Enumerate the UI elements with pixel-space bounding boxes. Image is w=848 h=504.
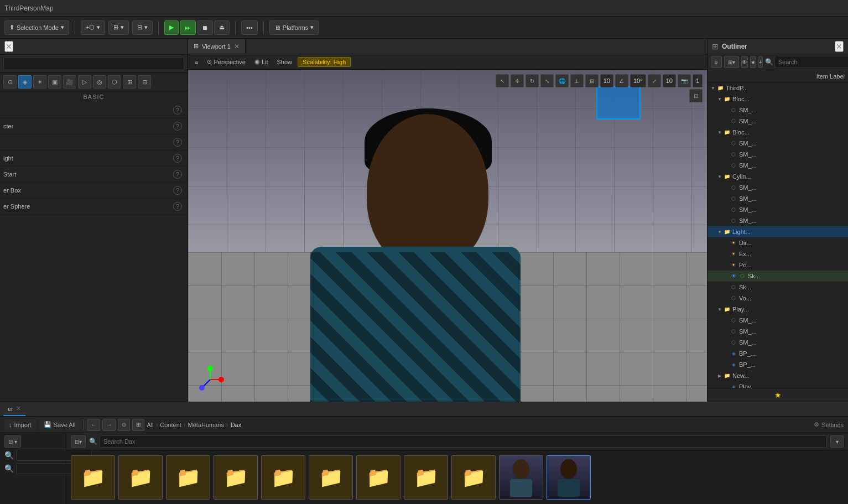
outliner-item-sm1[interactable]: ⬡ SM_...: [707, 105, 848, 116]
outliner-item-ex[interactable]: ☀ Ex...: [707, 248, 848, 259]
breadcrumb-content[interactable]: Content: [160, 422, 181, 428]
grid-button[interactable]: ⊟ ▾: [132, 20, 153, 35]
outliner-item-lights[interactable]: ▼ 📁 Light...: [707, 226, 848, 237]
world-icon[interactable]: 🌐: [555, 74, 569, 87]
volumes-icon[interactable]: ▣: [48, 75, 61, 89]
asset-folder-7[interactable]: 📁: [356, 455, 400, 500]
outliner-item-sm4[interactable]: ⬡ SM_...: [707, 149, 848, 160]
viewport-tab-1[interactable]: ⊞ Viewport 1 ✕: [188, 39, 246, 54]
help-icon-1[interactable]: ?: [173, 106, 182, 115]
outliner-item-sk1[interactable]: 👁 ⬡ Sk...: [707, 271, 848, 282]
show-button[interactable]: Show: [274, 56, 296, 68]
visual-icon[interactable]: ◎: [93, 75, 106, 89]
outliner-item-sm6[interactable]: ⬡ SM_...: [707, 182, 848, 193]
viewport-canvas[interactable]: ↖ ✛ ↻ ⤡ 🌐 ⊥ ⊞ 10 ∠ 10° ⤢ 10 📷 1 ⊡: [188, 70, 707, 402]
snap-value[interactable]: 10: [600, 74, 613, 87]
geometry-icon[interactable]: ⬡: [108, 75, 121, 89]
list-item-character[interactable]: cter ?: [0, 118, 188, 134]
star-filter-icon[interactable]: ★: [750, 56, 756, 68]
camera-icon[interactable]: 📷: [678, 74, 691, 87]
help-icon-7[interactable]: ?: [173, 202, 182, 211]
list-item[interactable]: ?: [0, 102, 188, 118]
outliner-item-sm7[interactable]: ⬡ SM_...: [707, 193, 848, 204]
help-icon-2[interactable]: ?: [173, 122, 182, 131]
scale-value[interactable]: 10: [663, 74, 676, 87]
play-button[interactable]: ▶: [164, 20, 179, 35]
plus-add-icon[interactable]: +: [758, 56, 763, 68]
skip-button[interactable]: ⏭: [180, 20, 196, 35]
scalability-badge[interactable]: Scalability: High: [298, 57, 351, 67]
search-dropdown-button[interactable]: ▾: [830, 435, 844, 448]
outliner-item-po[interactable]: ☀ Po...: [707, 259, 848, 271]
list-item-trigger-box[interactable]: er Box ?: [0, 183, 188, 199]
outliner-item-bp2[interactable]: ◈ BP_...: [707, 359, 848, 370]
content-browser-tab[interactable]: er ✕: [3, 402, 25, 416]
breadcrumb-dax[interactable]: Dax: [231, 422, 242, 428]
more-options-button[interactable]: •••: [241, 20, 258, 35]
asset-character-2[interactable]: [547, 455, 591, 500]
outliner-item-play-sm3[interactable]: ⬡ SM_...: [707, 337, 848, 348]
outliner-item-vo[interactable]: ⬡ Vo...: [707, 293, 848, 304]
asset-folder-5[interactable]: 📁: [261, 455, 305, 500]
lights-filter-icon[interactable]: ☀: [33, 75, 46, 89]
viewport-close-icon[interactable]: ✕: [234, 43, 240, 50]
outliner-item-thirdpersonmap[interactable]: ▼ 📁 ThirdP...: [707, 82, 848, 93]
help-icon-5[interactable]: ?: [173, 170, 182, 179]
outliner-search-input[interactable]: [774, 56, 848, 68]
help-icon-6[interactable]: ?: [173, 186, 182, 195]
grid-filter-icon[interactable]: ⊞: [123, 75, 136, 89]
settings-button[interactable]: ⚙ Settings: [814, 421, 844, 428]
asset-folder-2[interactable]: 📁: [118, 455, 163, 500]
asset-character-1[interactable]: [499, 455, 543, 500]
angle-snap-icon[interactable]: ∠: [615, 74, 628, 87]
outliner-close-button[interactable]: ✕: [835, 41, 844, 52]
camera-filter-icon[interactable]: 🎥: [63, 75, 76, 89]
shapes-icon[interactable]: ◈: [18, 75, 32, 89]
left-panel-close-button[interactable]: ✕: [4, 41, 13, 52]
asset-folder-4[interactable]: 📁: [214, 455, 258, 500]
visibility-eye-icon[interactable]: 👁: [730, 272, 737, 280]
outliner-item-play-folder[interactable]: ▼ 📁 Play...: [707, 304, 848, 315]
viewport-options-button[interactable]: ≡: [191, 56, 201, 68]
select-tool-icon[interactable]: ↖: [496, 74, 509, 87]
save-all-button[interactable]: 💾 Save All: [39, 419, 80, 430]
outliner-item-new[interactable]: ▶ 📁 New...: [707, 370, 848, 381]
play-filter-icon[interactable]: ▷: [78, 75, 91, 89]
asset-folder-6[interactable]: 📁: [309, 455, 353, 500]
selection-mode-button[interactable]: ⬆ Selection Mode ▾: [4, 20, 69, 35]
extra-icon[interactable]: ⊟: [138, 75, 151, 89]
scale-tool-icon[interactable]: ⤡: [540, 74, 554, 87]
list-item-3[interactable]: ?: [0, 134, 188, 150]
outliner-item-sk2[interactable]: ⬡ Sk...: [707, 282, 848, 293]
stop-button[interactable]: ⏹: [197, 20, 213, 35]
perspective-button[interactable]: ⊙ Perspective: [204, 56, 248, 68]
outliner-list[interactable]: ▼ 📁 ThirdP... ▼ 📁 Bloc... ⬡ SM_... ⬡: [707, 82, 848, 388]
breadcrumb-metahumans[interactable]: MetaHumans: [188, 422, 224, 428]
outliner-item-bp1[interactable]: ◈ BP_...: [707, 348, 848, 359]
grid-snap-icon[interactable]: ⊞: [585, 74, 599, 87]
outliner-item-play-sm1[interactable]: ⬡ SM_...: [707, 315, 848, 326]
lit-button[interactable]: ◉ Lit: [251, 56, 272, 68]
list-item-light[interactable]: ight ?: [0, 150, 188, 167]
eject-button[interactable]: ⏏: [214, 20, 230, 35]
breadcrumb-history-button[interactable]: ⊙: [118, 419, 130, 431]
outliner-item-sm3[interactable]: ⬡ SM_...: [707, 138, 848, 149]
asset-folder-1[interactable]: 📁: [71, 455, 115, 500]
rotate-tool-icon[interactable]: ↻: [526, 74, 539, 87]
filter-options-button[interactable]: ⊟▾: [4, 435, 21, 448]
asset-folder-9[interactable]: 📁: [451, 455, 496, 500]
outliner-item-sm5[interactable]: ⬡ SM_...: [707, 160, 848, 171]
add-actor-button[interactable]: +⬡ ▾: [81, 20, 105, 35]
help-icon-3[interactable]: ?: [173, 138, 182, 147]
left-panel-search-input[interactable]: [3, 57, 184, 70]
outliner-item-bloc2[interactable]: ▼ 📁 Bloc...: [707, 127, 848, 138]
outliner-item-sm2[interactable]: ⬡ SM_...: [707, 116, 848, 127]
list-item-start[interactable]: Start ?: [0, 167, 188, 183]
outliner-filter-button[interactable]: ≡: [711, 56, 722, 68]
recently-used-icon[interactable]: ⊙: [3, 75, 17, 89]
eye-visibility-icon[interactable]: 👁: [741, 56, 748, 68]
platforms-button[interactable]: 🖥 Platforms ▾: [269, 20, 319, 35]
outliner-item-play-bp[interactable]: ◈ Play...: [707, 381, 848, 388]
tab-close-icon[interactable]: ✕: [16, 405, 21, 412]
asset-filter-button[interactable]: ⊟▾: [71, 435, 86, 448]
